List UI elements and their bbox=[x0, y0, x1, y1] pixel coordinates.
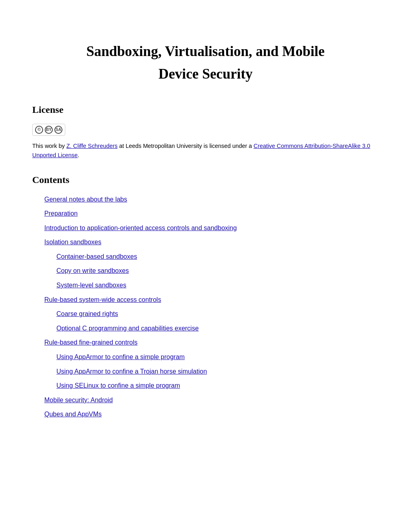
list-item: Optional C programming and capabilities … bbox=[32, 323, 379, 334]
list-item: System-level sandboxes bbox=[32, 280, 379, 291]
list-item: Preparation bbox=[32, 208, 379, 219]
list-item: Using AppArmor to confine a simple progr… bbox=[32, 352, 379, 362]
contents-link-7[interactable]: Rule-based system-wide access controls bbox=[44, 296, 161, 303]
contents-link-8[interactable]: Coarse grained rights bbox=[56, 310, 118, 317]
contents-link-2[interactable]: Introduction to application-oriented acc… bbox=[44, 224, 237, 231]
list-item: Using AppArmor to confine a Trojan horse… bbox=[32, 366, 379, 377]
list-item: Rule-based system-wide access controls bbox=[32, 295, 379, 305]
contents-link-13[interactable]: Using SELinux to confine a simple progra… bbox=[56, 382, 180, 389]
list-item: General notes about the labs bbox=[32, 194, 379, 205]
contents-link-6[interactable]: System-level sandboxes bbox=[56, 282, 126, 289]
list-item: Qubes and AppVMs bbox=[32, 409, 379, 420]
contents-link-14[interactable]: Mobile security: Android bbox=[44, 397, 113, 403]
cc-by-icon: BY bbox=[45, 126, 53, 134]
contents-link-5[interactable]: Copy on write sandboxes bbox=[56, 267, 129, 274]
license-text: This work by Z. Cliffe Schreuders at Lee… bbox=[32, 141, 379, 160]
contents-link-4[interactable]: Container-based sandboxes bbox=[56, 253, 137, 260]
author-link[interactable]: Z. Cliffe Schreuders bbox=[66, 143, 118, 149]
contents-link-10[interactable]: Rule-based fine-grained controls bbox=[44, 339, 137, 346]
list-item: Mobile security: Android bbox=[32, 395, 379, 405]
contents-link-3[interactable]: Isolation sandboxes bbox=[44, 239, 101, 245]
cc-sa-icon: SA bbox=[54, 126, 62, 134]
list-item: Copy on write sandboxes bbox=[32, 266, 379, 276]
contents-link-15[interactable]: Qubes and AppVMs bbox=[44, 411, 102, 418]
list-item: Container-based sandboxes bbox=[32, 251, 379, 262]
list-item: Using SELinux to confine a simple progra… bbox=[32, 380, 379, 391]
contents-link-11[interactable]: Using AppArmor to confine a simple progr… bbox=[56, 353, 185, 360]
cc-badge: © BY SA bbox=[32, 124, 65, 136]
list-item: Coarse grained rights bbox=[32, 309, 379, 319]
list-item: Isolation sandboxes bbox=[32, 237, 379, 247]
list-item: Introduction to application-oriented acc… bbox=[32, 223, 379, 233]
contents-list: General notes about the labsPreparationI… bbox=[32, 194, 379, 420]
contents-link-12[interactable]: Using AppArmor to confine a Trojan horse… bbox=[56, 368, 207, 375]
contents-link-1[interactable]: Preparation bbox=[44, 210, 78, 217]
contents-link-9[interactable]: Optional C programming and capabilities … bbox=[56, 325, 199, 332]
contents-link-0[interactable]: General notes about the labs bbox=[44, 196, 127, 203]
page-title: Sandboxing, Virtualisation, and Mobile D… bbox=[32, 40, 379, 86]
cc-icon: © bbox=[35, 126, 43, 134]
list-item: Rule-based fine-grained controls bbox=[32, 337, 379, 348]
contents-heading: Contents bbox=[32, 172, 379, 187]
license-heading: License bbox=[32, 102, 379, 117]
